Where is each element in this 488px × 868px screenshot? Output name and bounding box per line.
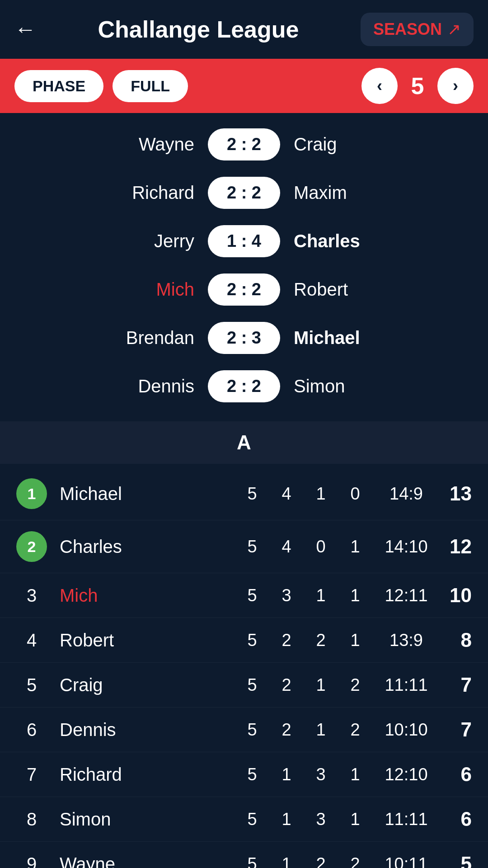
stat-draws: 3 <box>313 765 329 784</box>
stat-played: 5 <box>244 631 260 650</box>
stat-played: 5 <box>244 537 260 557</box>
season-button[interactable]: SEASON ↗ <box>361 13 474 46</box>
rank-number: 6 <box>16 720 47 740</box>
stat-goal-ratio: 14:10 <box>381 537 431 557</box>
round-number: 5 <box>408 72 427 99</box>
standing-player-name: Craig <box>60 675 244 695</box>
match-player-right: Michael <box>294 328 429 348</box>
stat-draws: 1 <box>313 675 329 695</box>
stat-played: 5 <box>244 720 260 740</box>
stat-losses: 1 <box>347 810 363 829</box>
stat-goal-ratio: 12:10 <box>381 765 431 784</box>
back-button[interactable]: ← <box>14 19 36 40</box>
stat-goal-ratio: 10:10 <box>381 720 431 740</box>
match-player-right: Simon <box>294 376 429 396</box>
stat-losses: 1 <box>347 586 363 605</box>
stat-played: 5 <box>244 765 260 784</box>
stat-draws: 1 <box>313 484 329 504</box>
stat-wins: 4 <box>278 484 295 504</box>
stat-goal-ratio: 14:9 <box>381 484 431 504</box>
full-button[interactable]: FULL <box>113 70 188 102</box>
match-score[interactable]: 2 : 2 <box>208 274 280 306</box>
header: ← Challange League SEASON ↗ <box>0 0 488 59</box>
phase-button[interactable]: PHASE <box>14 70 103 102</box>
match-row: Brendan 2 : 3 Michael <box>0 314 488 362</box>
next-round-button[interactable]: › <box>437 68 474 104</box>
rank-number: 9 <box>16 854 47 868</box>
match-score[interactable]: 2 : 2 <box>208 128 280 160</box>
standing-row: 3 Mich 5 3 1 1 12:11 10 <box>0 573 488 618</box>
match-score[interactable]: 2 : 3 <box>208 322 280 354</box>
match-row: Dennis 2 : 2 Simon <box>0 362 488 410</box>
rank-number: 3 <box>16 585 47 606</box>
match-player-right: Maxim <box>294 183 429 203</box>
match-player-left: Mich <box>59 279 194 300</box>
stat-losses: 1 <box>347 631 363 650</box>
stat-points: 7 <box>449 674 472 696</box>
season-label: SEASON <box>373 20 442 39</box>
stat-wins: 2 <box>278 675 295 695</box>
match-row: Jerry 1 : 4 Charles <box>0 217 488 265</box>
stat-played: 5 <box>244 675 260 695</box>
standing-row: 7 Richard 5 1 3 1 12:10 6 <box>0 752 488 797</box>
stat-draws: 3 <box>313 810 329 829</box>
stat-goal-ratio: 13:9 <box>381 631 431 650</box>
stat-wins: 1 <box>278 765 295 784</box>
stat-played: 5 <box>244 810 260 829</box>
rank-number: 8 <box>16 809 47 830</box>
standing-player-name: Simon <box>60 809 244 830</box>
match-row: Richard 2 : 2 Maxim <box>0 169 488 217</box>
standing-stats: 5 1 3 1 12:10 6 <box>244 763 472 786</box>
stat-wins: 2 <box>278 631 295 650</box>
stat-wins: 2 <box>278 720 295 740</box>
standing-player-name: Michael <box>60 484 244 504</box>
standing-stats: 5 2 1 2 10:10 7 <box>244 718 472 741</box>
match-player-right: Charles <box>294 231 429 251</box>
match-score[interactable]: 2 : 2 <box>208 177 280 209</box>
stat-losses: 2 <box>347 720 363 740</box>
standing-stats: 5 1 3 1 11:11 6 <box>244 808 472 830</box>
standing-row: 8 Simon 5 1 3 1 11:11 6 <box>0 797 488 842</box>
match-player-left: Dennis <box>59 376 194 396</box>
stat-goal-ratio: 11:11 <box>381 810 431 829</box>
stat-wins: 4 <box>278 537 295 557</box>
stat-played: 5 <box>244 586 260 605</box>
prev-round-button[interactable]: ‹ <box>361 68 398 104</box>
match-row: Wayne 2 : 2 Craig <box>0 120 488 169</box>
match-score[interactable]: 2 : 2 <box>208 370 280 402</box>
rank-number: 7 <box>16 764 47 785</box>
standing-stats: 5 1 2 2 10:11 5 <box>244 853 472 868</box>
stat-losses: 1 <box>347 765 363 784</box>
standing-player-name: Robert <box>60 630 244 651</box>
stat-draws: 0 <box>313 537 329 557</box>
standing-stats: 5 3 1 1 12:11 10 <box>244 584 472 607</box>
stat-points: 12 <box>449 535 472 558</box>
match-player-right: Robert <box>294 279 429 300</box>
match-score[interactable]: 1 : 4 <box>208 225 280 257</box>
match-player-left: Richard <box>59 183 194 203</box>
match-player-left: Brendan <box>59 328 194 348</box>
stat-losses: 1 <box>347 537 363 557</box>
stat-points: 8 <box>449 629 472 651</box>
stat-played: 5 <box>244 484 260 504</box>
stat-played: 5 <box>244 854 260 868</box>
rank-badge: 1 <box>16 478 47 509</box>
rank-number: 5 <box>16 675 47 695</box>
stat-losses: 2 <box>347 854 363 868</box>
standing-player-name: Wayne <box>60 854 244 868</box>
stat-wins: 3 <box>278 586 295 605</box>
standing-player-name: Mich <box>60 585 244 606</box>
controls-bar: PHASE FULL ‹ 5 › <box>0 59 488 113</box>
standing-row: 6 Dennis 5 2 1 2 10:10 7 <box>0 708 488 752</box>
stat-points: 13 <box>449 482 472 505</box>
page-title: Challange League <box>36 16 361 43</box>
stat-draws: 1 <box>313 586 329 605</box>
stat-wins: 1 <box>278 810 295 829</box>
stat-losses: 2 <box>347 675 363 695</box>
stat-draws: 2 <box>313 854 329 868</box>
match-row: Mich 2 : 2 Robert <box>0 265 488 314</box>
standing-row: 1 Michael 5 4 1 0 14:9 13 <box>0 467 488 520</box>
stat-points: 7 <box>449 718 472 741</box>
standing-stats: 5 4 0 1 14:10 12 <box>244 535 472 558</box>
match-player-left: Wayne <box>59 134 194 155</box>
